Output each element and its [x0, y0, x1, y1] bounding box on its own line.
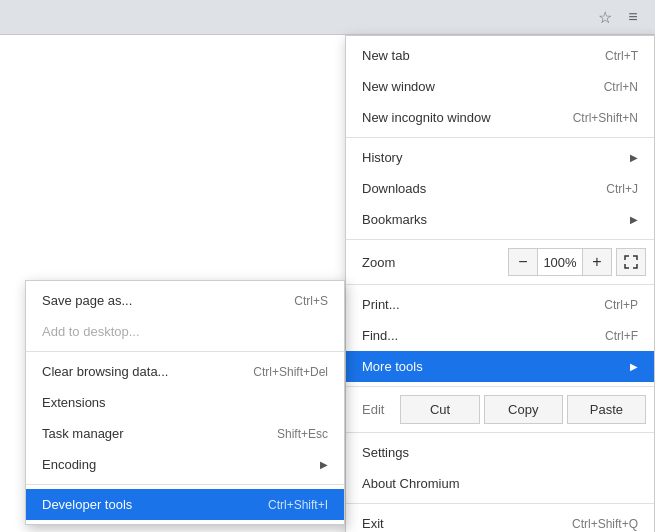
sub-menu-section-tools: Clear browsing data... Ctrl+Shift+Del Ex…: [26, 352, 344, 485]
zoom-minus-button[interactable]: −: [508, 248, 538, 276]
menu-item-history[interactable]: History ▶: [346, 142, 654, 173]
menu-section-print: Print... Ctrl+P Find... Ctrl+F More tool…: [346, 285, 654, 387]
sub-menu-item-save-page[interactable]: Save page as... Ctrl+S: [26, 285, 344, 316]
edit-row: Edit Cut Copy Paste: [346, 391, 654, 428]
zoom-fullscreen-button[interactable]: [616, 248, 646, 276]
browser-toolbar: ☆ ≡: [0, 0, 655, 35]
sub-menu-item-clear-browsing[interactable]: Clear browsing data... Ctrl+Shift+Del: [26, 356, 344, 387]
more-tools-submenu: Save page as... Ctrl+S Add to desktop...…: [25, 280, 345, 525]
menu-item-downloads[interactable]: Downloads Ctrl+J: [346, 173, 654, 204]
menu-item-new-tab[interactable]: New tab Ctrl+T: [346, 40, 654, 71]
sub-menu-item-task-manager[interactable]: Task manager Shift+Esc: [26, 418, 344, 449]
menu-section-history: History ▶ Downloads Ctrl+J Bookmarks ▶: [346, 138, 654, 240]
sub-menu-section-dev: Developer tools Ctrl+Shift+I: [26, 485, 344, 524]
edit-label: Edit: [354, 402, 392, 417]
menu-section-edit: Edit Cut Copy Paste: [346, 387, 654, 433]
content-area: New tab Ctrl+T New window Ctrl+N New inc…: [0, 35, 655, 532]
zoom-plus-button[interactable]: +: [582, 248, 612, 276]
sub-menu-section-save: Save page as... Ctrl+S Add to desktop...: [26, 281, 344, 352]
menu-item-about[interactable]: About Chromium: [346, 468, 654, 499]
menu-item-new-incognito[interactable]: New incognito window Ctrl+Shift+N: [346, 102, 654, 133]
menu-icon[interactable]: ≡: [619, 3, 647, 31]
menu-item-more-tools[interactable]: More tools ▶: [346, 351, 654, 382]
menu-item-settings[interactable]: Settings: [346, 437, 654, 468]
menu-section-zoom: Zoom − 100% +: [346, 240, 654, 285]
copy-button[interactable]: Copy: [484, 395, 563, 424]
menu-section-exit: Exit Ctrl+Shift+Q: [346, 504, 654, 532]
cut-button[interactable]: Cut: [400, 395, 479, 424]
sub-menu-item-encoding[interactable]: Encoding ▶: [26, 449, 344, 480]
zoom-value: 100%: [538, 248, 582, 276]
paste-button[interactable]: Paste: [567, 395, 646, 424]
menu-section-settings: Settings About Chromium: [346, 433, 654, 504]
sub-menu-item-extensions[interactable]: Extensions: [26, 387, 344, 418]
menu-item-new-window[interactable]: New window Ctrl+N: [346, 71, 654, 102]
menu-item-print[interactable]: Print... Ctrl+P: [346, 289, 654, 320]
sub-menu-item-add-desktop: Add to desktop...: [26, 316, 344, 347]
bookmark-icon[interactable]: ☆: [591, 3, 619, 31]
menu-item-bookmarks[interactable]: Bookmarks ▶: [346, 204, 654, 235]
main-menu: New tab Ctrl+T New window Ctrl+N New inc…: [345, 35, 655, 532]
menu-item-find[interactable]: Find... Ctrl+F: [346, 320, 654, 351]
zoom-row: Zoom − 100% +: [346, 244, 654, 280]
zoom-controls: − 100% +: [508, 248, 612, 276]
sub-menu-item-developer-tools[interactable]: Developer tools Ctrl+Shift+I: [26, 489, 344, 520]
menu-item-exit[interactable]: Exit Ctrl+Shift+Q: [346, 508, 654, 532]
zoom-label: Zoom: [362, 255, 508, 270]
menu-section-new: New tab Ctrl+T New window Ctrl+N New inc…: [346, 36, 654, 138]
